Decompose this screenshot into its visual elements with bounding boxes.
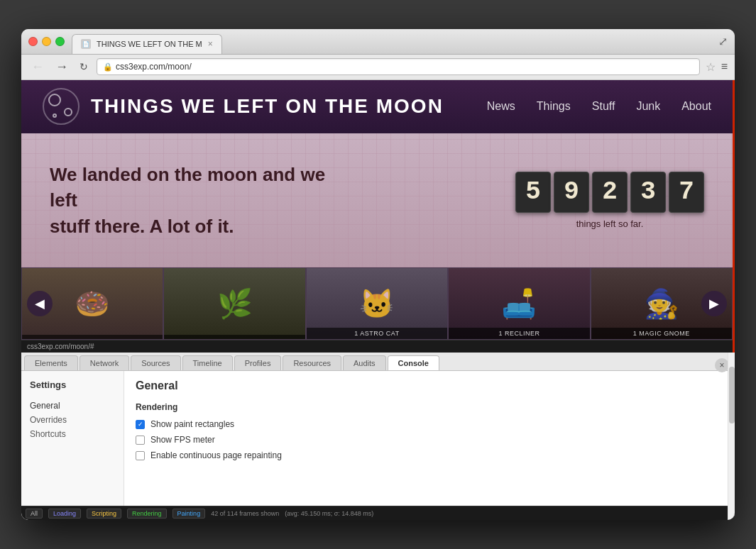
gallery-emoji-0: 🍩 bbox=[75, 287, 110, 321]
devtools-tab-audits[interactable]: Audits bbox=[343, 355, 386, 370]
nav-bar: ← → ↻ 🔒 css3exp.com/moon/ ☆ ≡ bbox=[21, 55, 735, 80]
website-status-bar: css3exp.com/moon/# bbox=[21, 340, 733, 353]
gallery-label-2: 1 ASTRO CAT bbox=[307, 328, 447, 339]
logo-area: THINGS WE LEFT ON THE MOON bbox=[43, 88, 444, 125]
hero-text: We landed on the moon and we left stuff … bbox=[50, 162, 348, 239]
nav-junk[interactable]: Junk bbox=[636, 100, 660, 113]
devtools-scrollbar[interactable] bbox=[728, 353, 735, 520]
url-text: css3exp.com/moon/ bbox=[116, 62, 192, 72]
tab-bar: 📄 THINGS WE LEFT ON THE M × bbox=[72, 29, 222, 54]
devtools-sidebar-title: Settings bbox=[30, 379, 115, 390]
checkbox-fps-meter[interactable] bbox=[136, 436, 145, 445]
devtools-scrollbar-thumb[interactable] bbox=[729, 367, 735, 423]
checkbox-paint-rectangles[interactable] bbox=[136, 420, 145, 429]
devtools-panel: Elements Network Sources Timeline Profil… bbox=[21, 353, 735, 520]
gallery-emoji-3: 🛋️ bbox=[501, 287, 537, 321]
refresh-button[interactable]: ↻ bbox=[77, 60, 91, 73]
hero-section: We landed on the moon and we left stuff … bbox=[21, 133, 733, 267]
checkbox-row-2: Enable continuous page repainting bbox=[136, 450, 723, 460]
devtools-rendering-title: Rendering bbox=[136, 402, 723, 412]
gallery-thumb-1: 🌿 bbox=[164, 268, 305, 339]
browser-tab[interactable]: 📄 THINGS WE LEFT ON THE M × bbox=[72, 34, 222, 54]
browser-window: 📄 THINGS WE LEFT ON THE M × ⤢ ← → ↻ 🔒 cs… bbox=[21, 29, 735, 520]
devtools-checkbox-group: Show paint rectangles Show FPS meter Ena… bbox=[136, 419, 723, 460]
devtools-sidebar-general[interactable]: General bbox=[30, 399, 115, 413]
checkbox-label-2: Enable continuous page repainting bbox=[150, 450, 282, 460]
gallery-next-button[interactable]: ▶ bbox=[701, 291, 727, 316]
frames-info: 42 of 114 frames shown bbox=[211, 510, 279, 517]
devtools-sidebar: Settings General Overrides Shortcuts bbox=[21, 371, 124, 506]
devtools-main-title: General bbox=[136, 379, 723, 392]
tab-title: THINGS WE LEFT ON THE M bbox=[97, 40, 202, 48]
checkbox-label-1: Show FPS meter bbox=[150, 435, 215, 445]
traffic-lights bbox=[28, 37, 65, 46]
hero-line2: stuff there. A lot of it. bbox=[50, 216, 234, 237]
devtools-tab-profiles[interactable]: Profiles bbox=[234, 355, 282, 370]
digit-0: 5 bbox=[515, 172, 551, 213]
title-bar: 📄 THINGS WE LEFT ON THE M × ⤢ bbox=[21, 29, 735, 55]
site-header: THINGS WE LEFT ON THE MOON News Things S… bbox=[21, 80, 733, 133]
devtools-tab-timeline[interactable]: Timeline bbox=[182, 355, 233, 370]
nav-stuff[interactable]: Stuff bbox=[592, 100, 615, 113]
digit-3: 3 bbox=[630, 172, 666, 213]
devtools-content: Settings General Overrides Shortcuts Gen… bbox=[21, 371, 735, 506]
checkbox-row-1: Show FPS meter bbox=[136, 435, 723, 445]
devtools-sidebar-overrides[interactable]: Overrides bbox=[30, 413, 115, 427]
forward-button[interactable]: → bbox=[53, 59, 71, 74]
back-button[interactable]: ← bbox=[28, 59, 47, 74]
site-logo bbox=[43, 88, 80, 125]
counter-area: 5 9 2 3 7 things left so far. bbox=[515, 172, 704, 229]
gallery-item-3[interactable]: 🛋️ 1 RECLINER bbox=[448, 267, 590, 340]
gallery-section: ◀ 🍩 🌿 🐱 1 A bbox=[21, 267, 733, 340]
checkbox-label-0: Show paint rectangles bbox=[150, 419, 234, 429]
close-button[interactable] bbox=[28, 37, 38, 46]
checkbox-row-0: Show paint rectangles bbox=[136, 419, 723, 429]
devtools-tabs: Elements Network Sources Timeline Profil… bbox=[21, 353, 735, 371]
devtools-tab-network[interactable]: Network bbox=[80, 355, 129, 370]
devtools-tab-elements[interactable]: Elements bbox=[24, 355, 78, 370]
gallery-label-0 bbox=[22, 335, 163, 339]
tab-close-icon[interactable]: × bbox=[208, 39, 213, 49]
minimize-button[interactable] bbox=[42, 37, 51, 46]
digit-1: 9 bbox=[554, 172, 589, 213]
maximize-button[interactable] bbox=[55, 37, 65, 46]
gallery-items: 🍩 🌿 🐱 1 ASTRO CAT bbox=[21, 267, 733, 340]
checkbox-continuous-repainting[interactable] bbox=[136, 451, 145, 460]
gallery-emoji-1: 🌿 bbox=[217, 287, 253, 321]
toolbar-btn-all[interactable]: All bbox=[26, 509, 43, 518]
devtools-sidebar-shortcuts[interactable]: Shortcuts bbox=[30, 427, 115, 441]
toolbar-btn-painting[interactable]: Painting bbox=[172, 509, 206, 518]
expand-icon[interactable]: ⤢ bbox=[718, 35, 728, 48]
website-area: THINGS WE LEFT ON THE MOON News Things S… bbox=[21, 80, 735, 353]
gallery-emoji-2: 🐱 bbox=[359, 287, 395, 321]
gallery-label-3: 1 RECLINER bbox=[449, 328, 589, 339]
gallery-item-2[interactable]: 🐱 1 ASTRO CAT bbox=[306, 267, 448, 340]
counter-digits: 5 9 2 3 7 bbox=[515, 172, 704, 213]
url-bar[interactable]: 🔒 css3exp.com/moon/ bbox=[97, 58, 700, 75]
devtools-tab-resources[interactable]: Resources bbox=[283, 355, 341, 370]
toolbar-btn-scripting[interactable]: Scripting bbox=[87, 509, 121, 518]
digit-2: 2 bbox=[592, 172, 628, 213]
bookmark-icon[interactable]: ☆ bbox=[706, 60, 716, 74]
site-title: THINGS WE LEFT ON THE MOON bbox=[91, 95, 444, 118]
gallery-prev-button[interactable]: ◀ bbox=[27, 291, 53, 316]
tab-favicon: 📄 bbox=[81, 39, 91, 49]
gallery-item-1[interactable]: 🌿 bbox=[163, 267, 305, 340]
devtools-close-button[interactable]: × bbox=[715, 358, 729, 372]
avg-info: (avg: 45.150 ms; σ: 14.848 ms) bbox=[285, 510, 373, 517]
nav-things[interactable]: Things bbox=[537, 100, 571, 113]
nav-news[interactable]: News bbox=[487, 100, 515, 113]
devtools-tab-sources[interactable]: Sources bbox=[131, 355, 180, 370]
gallery-emoji-4: 🧙 bbox=[644, 287, 679, 321]
devtools-tab-console[interactable]: Console bbox=[388, 355, 439, 370]
toolbar-btn-loading[interactable]: Loading bbox=[48, 509, 81, 518]
gallery-label-1 bbox=[164, 335, 305, 339]
digit-4: 7 bbox=[669, 172, 704, 213]
devtools-main: General Rendering Show paint rectangles … bbox=[124, 371, 735, 506]
nav-about[interactable]: About bbox=[681, 100, 711, 113]
url-lock-icon: 🔒 bbox=[103, 62, 113, 72]
toolbar-btn-rendering[interactable]: Rendering bbox=[127, 509, 167, 518]
site-nav: News Things Stuff Junk About bbox=[487, 100, 711, 113]
menu-icon[interactable]: ≡ bbox=[721, 60, 728, 73]
bottom-toolbar: All Loading Scripting Rendering Painting… bbox=[21, 506, 735, 520]
